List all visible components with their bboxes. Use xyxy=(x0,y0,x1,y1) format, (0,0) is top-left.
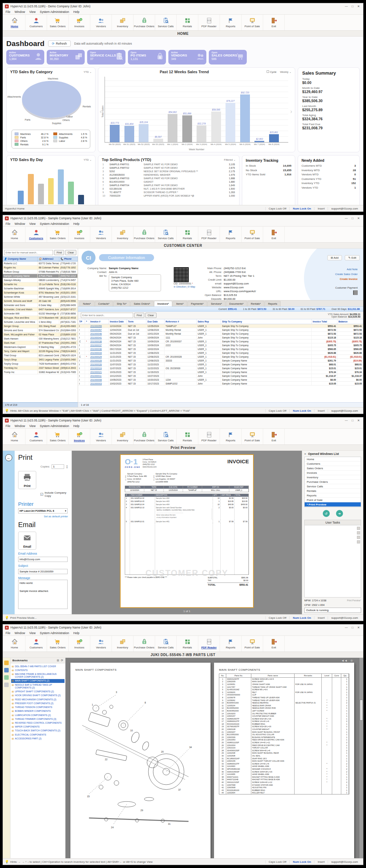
bookmark-item[interactable]: ▤MACHINE FRAME & MISCELLANEOUS COVER COM… xyxy=(11,672,65,679)
opened-window-item[interactable]: * Print Preview xyxy=(305,502,361,507)
action-link-add-note[interactable]: Add Note xyxy=(318,268,358,271)
customer-row[interactable]: Tremblay Inc2337 Nelson Street(305)614-3… xyxy=(3,366,78,370)
menu-item-view[interactable]: View xyxy=(29,631,36,635)
toolbar-item-exit[interactable]: Exit xyxy=(263,15,285,30)
toolbar-item-invoices[interactable]: $Invoices xyxy=(69,636,90,652)
maximize-button[interactable]: □ xyxy=(352,419,353,422)
bookmark-item[interactable]: ▤THREAD TENSION COMPONENTS xyxy=(11,706,65,709)
invoice-row[interactable]: I20100004609/24/2024Due on 1st10/01/2024… xyxy=(78,332,363,336)
bookmark-item[interactable]: ▤CONTENTS xyxy=(11,668,65,672)
clear-button[interactable]: Clear xyxy=(65,250,76,255)
invoice-row[interactable]: I20100004109/24/2024NET 1510/09/20241111… xyxy=(78,336,363,340)
menu-item-file[interactable]: File xyxy=(6,10,10,14)
field-value[interactable]: www.01corp.com xyxy=(224,286,244,289)
product-row[interactable]: 1SAMPLE-PART01SAMPLE PART #1 FOR DEMO3,1… xyxy=(98,162,239,166)
bookmark-item[interactable]: ▤THREAD TRIMMER COMPONENTS (3) xyxy=(11,717,65,721)
bookmark-item[interactable]: ▤TOUCH-BACK SWITCH COMPONENTS (2) xyxy=(11,729,65,733)
user-tasks-list[interactable] xyxy=(304,525,361,597)
toolbar-item-rentals[interactable]: Rentals xyxy=(177,429,198,444)
parts-table-page[interactable]: MAIN SHAFT COMPONENTS No.Parts No.Parts … xyxy=(214,663,354,858)
scrollbar[interactable] xyxy=(359,658,363,858)
find-button[interactable]: Find xyxy=(54,250,64,255)
toolbar-item-inventory[interactable]: Inventory xyxy=(112,227,134,242)
toolbar-item-service-calls[interactable]: Service Calls xyxy=(155,429,177,444)
toolbar-item-vendors[interactable]: Vendors xyxy=(90,227,112,242)
menu-item-view[interactable]: View xyxy=(29,10,36,14)
menu-item-file[interactable]: File xyxy=(6,222,10,226)
toolbar-item-point-of-sale[interactable]: Point of Sale xyxy=(242,15,263,30)
column-header-sales-rep[interactable]: Sales Rep xyxy=(197,319,221,324)
toolbar-item-vendors[interactable]: Vendors xyxy=(90,429,112,444)
toolbar-item-inventory[interactable]: Inventory xyxy=(112,429,134,444)
product-row[interactable]: 1070000229UPPER KNIFE (KR23) FOR JUKI MO… xyxy=(98,194,239,197)
trend-bar[interactable]: $6,597Wk 53 (2023) xyxy=(153,139,163,142)
customer-row[interactable]: Schamberger-Koss8791 Waubesa Terrace(415… xyxy=(3,291,78,295)
chevron-right-icon[interactable]: › xyxy=(290,108,292,115)
invoice-row[interactable]: I20100002611/07/2023NET 1511/22/2023USER… xyxy=(78,363,363,366)
customer-row[interactable]: Schaefer-Bashirian69845 Spaight Way(716)… xyxy=(3,287,78,291)
toolbar-item-sales-orders[interactable]: Sales Orders xyxy=(47,227,69,242)
bookmark-item[interactable]: ▤WIPER COMPONENTS xyxy=(11,725,65,729)
customer-row[interactable]: Tromp Inc31862 Arapahoe Way(313)243-7065 xyxy=(3,370,78,374)
product-row[interactable]: 5SAMPLE-PART03SAMPLE PART #3 FOR DEMO1,8… xyxy=(98,176,239,180)
column-header-invoice-[interactable]: Invoice # xyxy=(89,319,109,324)
close-icon[interactable]: ⊗ xyxy=(350,659,353,662)
opened-window-item[interactable]: Rentals xyxy=(305,489,361,493)
menu-item-window[interactable]: Window xyxy=(15,222,25,226)
toolbar-item-customers[interactable]: Customers xyxy=(25,429,47,444)
day-bar[interactable] xyxy=(18,191,24,204)
field-value[interactable]: www.01corp.com/HyperAct/ xyxy=(224,290,256,293)
bookmark-icon[interactable] xyxy=(4,661,9,665)
kpi-tile-service-calls[interactable]: OpenSERVICE CALLS37 xyxy=(87,50,125,64)
close-button[interactable]: ✕ xyxy=(357,419,360,422)
bookmark-item[interactable]: ▤DDL-5554N-7-WB PARTS LIST COVER xyxy=(11,664,65,668)
copies-stepper[interactable]: ▲▼ xyxy=(66,465,68,469)
product-row[interactable]: 9TC-800/TTSCISSOR THREAD CLIPPER *1,263 xyxy=(98,190,239,194)
toolbar-item-home[interactable]: Home xyxy=(4,227,25,242)
menu-item-system-administration[interactable]: System Administration xyxy=(40,222,69,226)
minimize-button[interactable]: — xyxy=(345,626,348,629)
kpi-tile-po-items[interactable]: OpenPO ITEMS1,131$ xyxy=(128,50,166,64)
refresh-icon[interactable]: ⟳ xyxy=(61,659,63,662)
search-icon[interactable] xyxy=(4,675,9,680)
trend-bar[interactable]: $31,804Wk 51 (2023) xyxy=(124,126,134,142)
refresh-button[interactable]: ⟳Refresh xyxy=(48,40,71,47)
maximize-button[interactable]: □ xyxy=(352,216,353,220)
opened-window-item[interactable]: Reports xyxy=(305,493,361,498)
message-textarea[interactable]: Hello world.Sample invoice attached. xyxy=(18,580,68,609)
trend-bar[interactable]: $35,104Wk 52 (2023) xyxy=(139,124,148,142)
opened-window-item[interactable]: Service Calls xyxy=(305,484,361,489)
copies-input[interactable] xyxy=(52,464,64,469)
kpi-tile-inventory[interactable]: ActiveINVENTORY30,350 xyxy=(47,50,85,64)
direction-link[interactable]: ⊖ Direction xyxy=(174,285,186,288)
column-header-invoice-date[interactable]: Invoice Date xyxy=(109,319,127,324)
customer-row[interactable]: Tony's Shop3401 Legacy Parkway(210)693-2… xyxy=(3,358,78,362)
toolbar-item-reports[interactable]: Reports xyxy=(220,636,242,652)
customer-row[interactable]: Sample Company Name3 Park Plaza(949)752-… xyxy=(3,274,78,278)
column-header-due-date[interactable]: Due Date xyxy=(146,319,165,324)
trend-bar[interactable]: $33,773Wk 50 (2023) xyxy=(110,125,120,142)
find-button[interactable]: Find xyxy=(134,313,144,318)
toolbar-item-reports[interactable]: Reports xyxy=(220,429,242,444)
invoice-row[interactable]: I20100002110/31/2023NET 1511/15/2023USER… xyxy=(78,370,363,374)
invoice-row[interactable]: I20100002811/21/2023NET 1512/06/20233333… xyxy=(78,359,363,363)
customer-row[interactable]: Schinner-White457 Browning Lane(323)122-… xyxy=(3,295,78,299)
thumbnails-icon[interactable] xyxy=(4,668,9,672)
product-row[interactable]: 2SAMPLE-PART02SAMPLE PART #2 FOR DEMO2,8… xyxy=(98,166,239,169)
trend-bar[interactable]: $2,953Wk 7 (2024) xyxy=(254,141,264,142)
toolbar-item-home[interactable]: Home xyxy=(4,636,25,652)
invoice-row[interactable]: I20100000810/05/2023NET 1510/20/20231234… xyxy=(78,378,363,382)
refresh-windows-button[interactable]: ↺ xyxy=(323,510,330,517)
email-button[interactable]: Email xyxy=(18,532,36,550)
product-row[interactable]: 7SAMPLE-PART04SAMPLE PART #4 FOR DEMO1,6… xyxy=(98,183,239,187)
tab-rentals[interactable]: Rentals* xyxy=(247,301,264,306)
scrollbar-thumb[interactable] xyxy=(360,700,363,721)
toolbar-item-home[interactable]: Home xyxy=(4,15,25,30)
email-address-input[interactable] xyxy=(18,557,68,562)
customer-row[interactable]: Schroeder-Will61152 Westridge Street(727… xyxy=(3,312,78,316)
toolbar-item-vendors[interactable]: Vendors xyxy=(90,15,112,30)
minimize-button[interactable]: — xyxy=(345,419,348,422)
customer-row[interactable]: Schmitt, Simonis and Wolff49 Gale Hill(8… xyxy=(3,299,78,303)
customer-row[interactable]: Simonis and Sons574 Steensland Crossing(… xyxy=(3,328,78,333)
toolbar-item-inventory[interactable]: Inventory xyxy=(112,636,134,652)
